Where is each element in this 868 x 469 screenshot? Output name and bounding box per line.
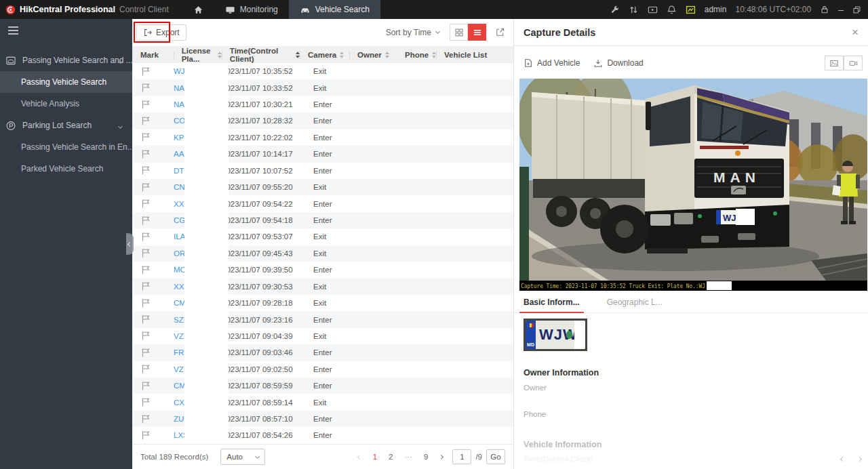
- mark-flag-icon[interactable]: [140, 398, 174, 407]
- lock-icon[interactable]: [820, 5, 829, 14]
- mark-flag-icon[interactable]: [140, 331, 174, 340]
- mark-flag-icon[interactable]: [140, 117, 174, 125]
- minimize-icon[interactable]: –: [838, 6, 844, 13]
- camera-name: Enter: [300, 382, 349, 390]
- capture-photo[interactable]: MAN WJW: [519, 79, 867, 291]
- mark-flag-icon[interactable]: [140, 133, 174, 142]
- close-icon[interactable]: ×: [852, 26, 859, 38]
- transfer-icon[interactable]: [629, 5, 639, 15]
- go-button[interactable]: Go: [486, 449, 505, 464]
- plate-region-band: MD: [526, 321, 536, 349]
- tab-vehicle-search[interactable]: Vehicle Search: [289, 0, 380, 19]
- restore-window-icon[interactable]: [852, 5, 861, 14]
- video-view-button[interactable]: [844, 56, 863, 70]
- camera-name: Enter: [300, 348, 349, 356]
- mark-flag-icon[interactable]: [140, 232, 174, 241]
- open-external-icon[interactable]: [495, 27, 505, 37]
- column-header-label: Vehicle List: [444, 51, 487, 59]
- download-icon: [593, 58, 603, 68]
- page-number[interactable]: 1: [373, 453, 377, 461]
- mark-flag-icon[interactable]: [140, 382, 174, 390]
- sidebar-item[interactable]: Passing Vehicle Search: [0, 71, 132, 93]
- camera-name: Exit: [300, 299, 349, 307]
- page-size-select[interactable]: Auto: [220, 449, 265, 465]
- camera-name: Enter: [300, 200, 349, 208]
- tab-geographic-location[interactable]: Geographic L...: [607, 292, 663, 312]
- download-button[interactable]: Download: [593, 58, 643, 68]
- menu-toggle-icon[interactable]: [8, 26, 18, 35]
- download-label: Download: [607, 58, 643, 68]
- mark-flag-icon[interactable]: [140, 415, 174, 424]
- main-content: Export Sort by Time MarkLi: [132, 19, 513, 469]
- tab-monitoring[interactable]: Monitoring: [214, 0, 289, 19]
- next-page-icon[interactable]: [439, 455, 443, 459]
- mark-flag-icon[interactable]: [140, 183, 174, 192]
- mark-flag-icon[interactable]: [140, 216, 174, 225]
- mark-flag-icon[interactable]: [140, 315, 174, 324]
- sidebar-item[interactable]: Parking Lot Search: [0, 115, 132, 136]
- mark-flag-icon[interactable]: [140, 431, 174, 440]
- export-button[interactable]: Export: [136, 24, 186, 41]
- column-header[interactable]: License Pla...: [174, 46, 222, 63]
- capture-time: 2023/11/07 08:59:59: [222, 382, 300, 390]
- prev-capture-icon[interactable]: [841, 457, 844, 461]
- prev-page-icon[interactable]: [358, 455, 361, 459]
- mark-flag-icon[interactable]: [140, 199, 174, 208]
- mark-flag-icon[interactable]: [140, 266, 174, 274]
- mark-flag-icon[interactable]: [140, 348, 174, 357]
- sort-icon[interactable]: [340, 52, 344, 58]
- camera-name: Exit: [300, 283, 349, 291]
- sort-icon[interactable]: [385, 52, 389, 58]
- add-vehicle-button[interactable]: Add Vehicle: [524, 58, 580, 68]
- brand-suffix: Control Client: [119, 5, 169, 14]
- camera-name: Exit: [300, 84, 349, 92]
- sidebar-collapse-handle[interactable]: [126, 233, 134, 255]
- grid-view-button[interactable]: [450, 24, 468, 41]
- sidebar-item[interactable]: Passing Vehicle Search in En...: [0, 136, 132, 158]
- media-library-icon[interactable]: [648, 5, 658, 15]
- owner-information-title: Owner Information: [524, 368, 599, 378]
- license-plate-thumbnail[interactable]: MD WJW: [524, 319, 587, 351]
- sidebar-item-label: Passing Vehicle Search in En...: [21, 142, 134, 152]
- page-number[interactable]: 9: [424, 453, 428, 461]
- flag-icon: [528, 323, 534, 327]
- capture-time: 2023/11/07 09:39:50: [222, 266, 300, 274]
- page-number[interactable]: 2: [389, 453, 393, 461]
- sort-by-dropdown[interactable]: Sort by Time: [386, 28, 439, 37]
- page-jump-input[interactable]: 1: [452, 449, 471, 464]
- column-header[interactable]: Owner: [349, 46, 397, 63]
- camera-name: Enter: [300, 316, 349, 324]
- owner-label: Owner: [524, 384, 547, 392]
- mark-flag-icon[interactable]: [140, 100, 174, 109]
- sidebar-item[interactable]: Vehicle Analysis: [0, 93, 132, 115]
- next-capture-icon[interactable]: [858, 457, 861, 461]
- picture-view-button[interactable]: [825, 56, 844, 70]
- caption-redaction-box: [707, 281, 732, 290]
- capture-time: 2023/11/07 10:30:21: [222, 100, 300, 108]
- sidebar-item[interactable]: Parked Vehicle Search: [0, 158, 132, 180]
- column-header[interactable]: Phone: [397, 46, 436, 63]
- home-icon: [193, 5, 203, 15]
- tab-basic-information[interactable]: Basic Inform...: [524, 292, 580, 312]
- column-header[interactable]: Camera: [300, 46, 349, 63]
- tools-icon[interactable]: [610, 5, 620, 15]
- mark-flag-icon[interactable]: [140, 249, 174, 258]
- user-name[interactable]: admin: [705, 5, 727, 14]
- mark-flag-icon[interactable]: [140, 299, 174, 308]
- mark-flag-icon[interactable]: [140, 166, 174, 175]
- tab-home[interactable]: [182, 0, 214, 19]
- mark-flag-icon[interactable]: [140, 83, 174, 92]
- mark-flag-icon[interactable]: [140, 282, 174, 291]
- alarm-bell-icon[interactable]: [667, 5, 677, 15]
- top-tabs: Monitoring Vehicle Search: [182, 0, 380, 19]
- chevron-down-icon: [119, 121, 122, 130]
- mark-flag-icon[interactable]: [140, 67, 174, 76]
- page-numbers: 12···9: [373, 453, 429, 461]
- mark-flag-icon[interactable]: [140, 150, 174, 159]
- column-header-label: Mark: [140, 51, 159, 59]
- event-center-icon[interactable]: [686, 5, 696, 15]
- mark-flag-icon[interactable]: [140, 365, 174, 373]
- list-view-button[interactable]: [468, 24, 486, 41]
- column-header[interactable]: Time(Control Client): [222, 46, 300, 63]
- sidebar-item[interactable]: Passing Vehicle Search and ...: [0, 49, 132, 71]
